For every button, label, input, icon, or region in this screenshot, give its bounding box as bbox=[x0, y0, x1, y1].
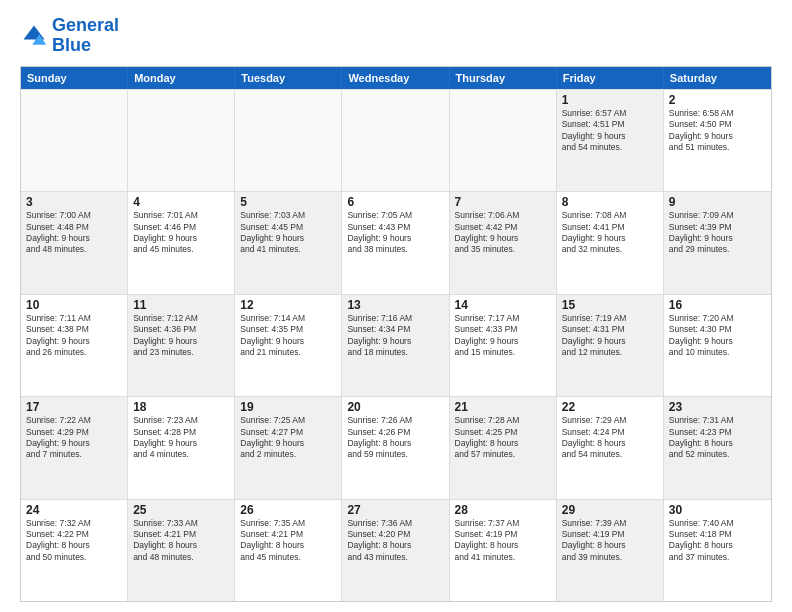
day-info: Sunrise: 7:12 AM Sunset: 4:36 PM Dayligh… bbox=[133, 313, 229, 359]
day-number: 16 bbox=[669, 298, 766, 312]
day-number: 30 bbox=[669, 503, 766, 517]
day-info: Sunrise: 6:58 AM Sunset: 4:50 PM Dayligh… bbox=[669, 108, 766, 154]
day-number: 9 bbox=[669, 195, 766, 209]
calendar-cell-10: 10Sunrise: 7:11 AM Sunset: 4:38 PM Dayli… bbox=[21, 295, 128, 396]
calendar-cell-12: 12Sunrise: 7:14 AM Sunset: 4:35 PM Dayli… bbox=[235, 295, 342, 396]
calendar-cell-7: 7Sunrise: 7:06 AM Sunset: 4:42 PM Daylig… bbox=[450, 192, 557, 293]
header-day-wednesday: Wednesday bbox=[342, 67, 449, 89]
calendar-cell-19: 19Sunrise: 7:25 AM Sunset: 4:27 PM Dayli… bbox=[235, 397, 342, 498]
calendar-cell-18: 18Sunrise: 7:23 AM Sunset: 4:28 PM Dayli… bbox=[128, 397, 235, 498]
calendar-cell-23: 23Sunrise: 7:31 AM Sunset: 4:23 PM Dayli… bbox=[664, 397, 771, 498]
day-number: 1 bbox=[562, 93, 658, 107]
calendar-cell-3: 3Sunrise: 7:00 AM Sunset: 4:48 PM Daylig… bbox=[21, 192, 128, 293]
page: General Blue SundayMondayTuesdayWednesda… bbox=[0, 0, 792, 612]
day-info: Sunrise: 7:19 AM Sunset: 4:31 PM Dayligh… bbox=[562, 313, 658, 359]
logo: General Blue bbox=[20, 16, 119, 56]
calendar-cell-11: 11Sunrise: 7:12 AM Sunset: 4:36 PM Dayli… bbox=[128, 295, 235, 396]
day-info: Sunrise: 7:37 AM Sunset: 4:19 PM Dayligh… bbox=[455, 518, 551, 564]
day-number: 12 bbox=[240, 298, 336, 312]
day-number: 14 bbox=[455, 298, 551, 312]
day-number: 18 bbox=[133, 400, 229, 414]
calendar-cell-empty-4 bbox=[450, 90, 557, 191]
day-number: 27 bbox=[347, 503, 443, 517]
day-info: Sunrise: 7:32 AM Sunset: 4:22 PM Dayligh… bbox=[26, 518, 122, 564]
day-number: 2 bbox=[669, 93, 766, 107]
day-number: 15 bbox=[562, 298, 658, 312]
day-number: 21 bbox=[455, 400, 551, 414]
day-number: 3 bbox=[26, 195, 122, 209]
calendar-row-4: 24Sunrise: 7:32 AM Sunset: 4:22 PM Dayli… bbox=[21, 499, 771, 601]
calendar-cell-9: 9Sunrise: 7:09 AM Sunset: 4:39 PM Daylig… bbox=[664, 192, 771, 293]
day-info: Sunrise: 7:39 AM Sunset: 4:19 PM Dayligh… bbox=[562, 518, 658, 564]
day-info: Sunrise: 7:29 AM Sunset: 4:24 PM Dayligh… bbox=[562, 415, 658, 461]
day-info: Sunrise: 7:35 AM Sunset: 4:21 PM Dayligh… bbox=[240, 518, 336, 564]
day-info: Sunrise: 7:33 AM Sunset: 4:21 PM Dayligh… bbox=[133, 518, 229, 564]
day-number: 19 bbox=[240, 400, 336, 414]
day-number: 13 bbox=[347, 298, 443, 312]
day-number: 22 bbox=[562, 400, 658, 414]
day-number: 24 bbox=[26, 503, 122, 517]
header: General Blue bbox=[20, 16, 772, 56]
day-info: Sunrise: 7:01 AM Sunset: 4:46 PM Dayligh… bbox=[133, 210, 229, 256]
calendar-cell-8: 8Sunrise: 7:08 AM Sunset: 4:41 PM Daylig… bbox=[557, 192, 664, 293]
day-info: Sunrise: 7:20 AM Sunset: 4:30 PM Dayligh… bbox=[669, 313, 766, 359]
day-info: Sunrise: 7:23 AM Sunset: 4:28 PM Dayligh… bbox=[133, 415, 229, 461]
calendar-cell-empty-3 bbox=[342, 90, 449, 191]
day-info: Sunrise: 7:40 AM Sunset: 4:18 PM Dayligh… bbox=[669, 518, 766, 564]
day-info: Sunrise: 7:00 AM Sunset: 4:48 PM Dayligh… bbox=[26, 210, 122, 256]
day-info: Sunrise: 7:03 AM Sunset: 4:45 PM Dayligh… bbox=[240, 210, 336, 256]
day-number: 23 bbox=[669, 400, 766, 414]
day-info: Sunrise: 7:06 AM Sunset: 4:42 PM Dayligh… bbox=[455, 210, 551, 256]
calendar-cell-30: 30Sunrise: 7:40 AM Sunset: 4:18 PM Dayli… bbox=[664, 500, 771, 601]
calendar-header: SundayMondayTuesdayWednesdayThursdayFrid… bbox=[21, 67, 771, 89]
day-number: 11 bbox=[133, 298, 229, 312]
calendar-cell-27: 27Sunrise: 7:36 AM Sunset: 4:20 PM Dayli… bbox=[342, 500, 449, 601]
calendar-cell-14: 14Sunrise: 7:17 AM Sunset: 4:33 PM Dayli… bbox=[450, 295, 557, 396]
day-number: 6 bbox=[347, 195, 443, 209]
calendar-row-3: 17Sunrise: 7:22 AM Sunset: 4:29 PM Dayli… bbox=[21, 396, 771, 498]
header-day-saturday: Saturday bbox=[664, 67, 771, 89]
calendar-cell-28: 28Sunrise: 7:37 AM Sunset: 4:19 PM Dayli… bbox=[450, 500, 557, 601]
header-day-monday: Monday bbox=[128, 67, 235, 89]
day-info: Sunrise: 7:22 AM Sunset: 4:29 PM Dayligh… bbox=[26, 415, 122, 461]
calendar-row-1: 3Sunrise: 7:00 AM Sunset: 4:48 PM Daylig… bbox=[21, 191, 771, 293]
header-day-thursday: Thursday bbox=[450, 67, 557, 89]
calendar-cell-6: 6Sunrise: 7:05 AM Sunset: 4:43 PM Daylig… bbox=[342, 192, 449, 293]
calendar-body: 1Sunrise: 6:57 AM Sunset: 4:51 PM Daylig… bbox=[21, 89, 771, 601]
calendar: SundayMondayTuesdayWednesdayThursdayFrid… bbox=[20, 66, 772, 602]
day-number: 5 bbox=[240, 195, 336, 209]
calendar-cell-26: 26Sunrise: 7:35 AM Sunset: 4:21 PM Dayli… bbox=[235, 500, 342, 601]
day-number: 20 bbox=[347, 400, 443, 414]
calendar-row-2: 10Sunrise: 7:11 AM Sunset: 4:38 PM Dayli… bbox=[21, 294, 771, 396]
calendar-cell-2: 2Sunrise: 6:58 AM Sunset: 4:50 PM Daylig… bbox=[664, 90, 771, 191]
day-info: Sunrise: 7:08 AM Sunset: 4:41 PM Dayligh… bbox=[562, 210, 658, 256]
header-day-friday: Friday bbox=[557, 67, 664, 89]
calendar-cell-29: 29Sunrise: 7:39 AM Sunset: 4:19 PM Dayli… bbox=[557, 500, 664, 601]
calendar-cell-22: 22Sunrise: 7:29 AM Sunset: 4:24 PM Dayli… bbox=[557, 397, 664, 498]
day-info: Sunrise: 7:25 AM Sunset: 4:27 PM Dayligh… bbox=[240, 415, 336, 461]
logo-text: General Blue bbox=[52, 16, 119, 56]
day-number: 26 bbox=[240, 503, 336, 517]
day-number: 4 bbox=[133, 195, 229, 209]
calendar-row-0: 1Sunrise: 6:57 AM Sunset: 4:51 PM Daylig… bbox=[21, 89, 771, 191]
header-day-tuesday: Tuesday bbox=[235, 67, 342, 89]
day-info: Sunrise: 7:26 AM Sunset: 4:26 PM Dayligh… bbox=[347, 415, 443, 461]
day-info: Sunrise: 7:36 AM Sunset: 4:20 PM Dayligh… bbox=[347, 518, 443, 564]
calendar-cell-empty-0 bbox=[21, 90, 128, 191]
calendar-cell-empty-2 bbox=[235, 90, 342, 191]
day-info: Sunrise: 7:31 AM Sunset: 4:23 PM Dayligh… bbox=[669, 415, 766, 461]
day-info: Sunrise: 6:57 AM Sunset: 4:51 PM Dayligh… bbox=[562, 108, 658, 154]
day-info: Sunrise: 7:17 AM Sunset: 4:33 PM Dayligh… bbox=[455, 313, 551, 359]
day-number: 8 bbox=[562, 195, 658, 209]
calendar-cell-5: 5Sunrise: 7:03 AM Sunset: 4:45 PM Daylig… bbox=[235, 192, 342, 293]
calendar-cell-17: 17Sunrise: 7:22 AM Sunset: 4:29 PM Dayli… bbox=[21, 397, 128, 498]
day-info: Sunrise: 7:11 AM Sunset: 4:38 PM Dayligh… bbox=[26, 313, 122, 359]
calendar-cell-16: 16Sunrise: 7:20 AM Sunset: 4:30 PM Dayli… bbox=[664, 295, 771, 396]
day-info: Sunrise: 7:16 AM Sunset: 4:34 PM Dayligh… bbox=[347, 313, 443, 359]
calendar-cell-empty-1 bbox=[128, 90, 235, 191]
calendar-cell-13: 13Sunrise: 7:16 AM Sunset: 4:34 PM Dayli… bbox=[342, 295, 449, 396]
day-info: Sunrise: 7:05 AM Sunset: 4:43 PM Dayligh… bbox=[347, 210, 443, 256]
calendar-cell-4: 4Sunrise: 7:01 AM Sunset: 4:46 PM Daylig… bbox=[128, 192, 235, 293]
logo-icon bbox=[20, 22, 48, 50]
calendar-cell-1: 1Sunrise: 6:57 AM Sunset: 4:51 PM Daylig… bbox=[557, 90, 664, 191]
